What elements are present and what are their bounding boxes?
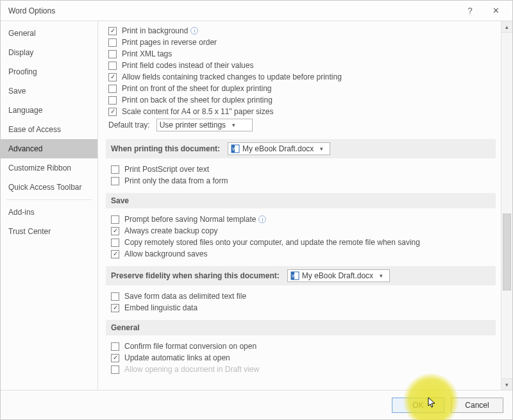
label-prompt-normal: Prompt before saving Normal template (124, 215, 256, 224)
label-print-back-duplex: Print on back of the sheet for duplex pr… (122, 96, 273, 105)
vertical-scrollbar[interactable]: ▴ ▾ (501, 21, 512, 390)
options-sidebar: General Display Proofing Save Language E… (1, 21, 98, 390)
label-print-in-background: Print in background (122, 26, 188, 35)
sidebar-item-save[interactable]: Save (1, 81, 97, 101)
section-save: Save (106, 193, 496, 208)
label-allow-tracked-update: Allow fields containing tracked changes … (122, 72, 342, 81)
checkbox-print-xml[interactable] (108, 50, 117, 58)
close-button[interactable]: ✕ (483, 2, 509, 20)
scroll-thumb[interactable] (503, 214, 511, 290)
scroll-down-arrow[interactable]: ▾ (501, 378, 512, 390)
label-print-field-codes: Print field codes instead of their value… (122, 61, 253, 70)
chevron-down-icon: ▾ (380, 273, 383, 279)
label-print-reverse: Print pages in reverse order (122, 38, 217, 47)
checkbox-allow-bg-saves[interactable] (111, 250, 119, 258)
label-update-links: Update automatic links at open (124, 353, 230, 362)
checkbox-embed-linguistic[interactable] (111, 304, 119, 312)
label-scale-a4: Scale content for A4 or 8.5 x 11" paper … (122, 107, 273, 116)
word-options-dialog: Word Options ? ✕ General Display Proofin… (0, 0, 513, 420)
checkbox-print-back-duplex[interactable] (108, 96, 117, 105)
help-button[interactable]: ? (457, 2, 483, 20)
section-header-label: Preserve fidelity when sharing this docu… (111, 271, 280, 280)
label-copy-remote: Copy remotely stored files onto your com… (124, 238, 420, 247)
checkbox-confirm-conversion[interactable] (111, 342, 119, 351)
section-preserve-fidelity: Preserve fidelity when sharing this docu… (106, 266, 496, 285)
dropdown-fidelity-document-value: My eBook Draft.docx (302, 271, 373, 280)
section-header-label: Save (111, 196, 129, 205)
dropdown-default-tray[interactable]: Use printer settings ▾ (156, 119, 253, 131)
dialog-title: Word Options (8, 6, 457, 15)
ok-button[interactable]: OK (392, 398, 444, 413)
label-allow-bg-saves: Allow background saves (124, 249, 207, 258)
sidebar-item-general[interactable]: General (1, 24, 97, 43)
label-save-form-delimited: Save form data as delimited text file (124, 292, 246, 301)
checkbox-always-backup[interactable] (111, 227, 119, 235)
chevron-down-icon: ▾ (232, 122, 235, 128)
checkbox-scale-a4[interactable] (108, 108, 117, 116)
checkbox-copy-remote[interactable] (111, 239, 119, 247)
label-print-front-duplex: Print on front of the sheet for duplex p… (122, 84, 271, 93)
word-document-icon: W (290, 271, 299, 280)
label-default-tray: Default tray: (108, 121, 150, 130)
svg-text:W: W (292, 274, 296, 278)
sidebar-item-customize-ribbon[interactable]: Customize Ribbon (1, 158, 97, 178)
checkbox-prompt-normal[interactable] (111, 215, 119, 224)
sidebar-separator (6, 199, 92, 200)
label-print-postscript: Print PostScript over text (124, 165, 209, 174)
dropdown-printing-document[interactable]: W My eBook Draft.docx ▾ (228, 142, 330, 155)
checkbox-print-reverse[interactable] (108, 38, 117, 47)
sidebar-item-proofing[interactable]: Proofing (1, 62, 97, 81)
checkbox-allow-draft-view[interactable] (111, 365, 119, 374)
titlebar: Word Options ? ✕ (1, 1, 512, 21)
label-confirm-conversion: Confirm file format conversion on open (124, 342, 256, 351)
dropdown-printing-document-value: My eBook Draft.docx (242, 144, 314, 153)
section-header-label: General (111, 323, 140, 332)
svg-text:W: W (232, 147, 237, 151)
label-allow-draft-view: Allow opening a document in Draft view (124, 365, 259, 374)
checkbox-save-form-delimited[interactable] (111, 292, 119, 301)
dialog-footer: OK Cancel (1, 390, 512, 419)
checkbox-print-front-duplex[interactable] (108, 85, 117, 93)
info-icon[interactable]: i (258, 215, 266, 223)
label-always-backup: Always create backup copy (124, 226, 217, 235)
cancel-button[interactable]: Cancel (451, 398, 503, 413)
dropdown-default-tray-value: Use printer settings (160, 121, 226, 130)
sidebar-item-ease-of-access[interactable]: Ease of Access (1, 120, 97, 139)
section-general: General (106, 320, 496, 335)
advanced-options-panel: Print in backgroundi Print pages in reve… (98, 21, 501, 390)
checkbox-update-links[interactable] (111, 354, 119, 362)
sidebar-item-add-ins[interactable]: Add-ins (1, 203, 97, 222)
info-icon[interactable]: i (190, 27, 198, 35)
dropdown-fidelity-document[interactable]: W My eBook Draft.docx ▾ (287, 269, 390, 282)
section-header-label: When printing this document: (111, 144, 220, 153)
sidebar-item-quick-access-toolbar[interactable]: Quick Access Toolbar (1, 178, 97, 197)
checkbox-print-form-data[interactable] (111, 177, 119, 185)
section-when-printing-this-document: When printing this document: W My eBook … (106, 139, 496, 158)
checkbox-allow-tracked-update[interactable] (108, 73, 117, 81)
scroll-up-arrow[interactable]: ▴ (501, 21, 512, 33)
sidebar-item-advanced[interactable]: Advanced (1, 139, 97, 158)
label-embed-linguistic: Embed linguistic data (124, 303, 198, 312)
checkbox-print-in-background[interactable] (108, 27, 117, 35)
word-document-icon: W (231, 144, 240, 153)
checkbox-print-postscript[interactable] (111, 165, 119, 174)
sidebar-item-trust-center[interactable]: Trust Center (1, 222, 97, 241)
sidebar-item-display[interactable]: Display (1, 43, 97, 62)
chevron-down-icon: ▾ (320, 146, 323, 152)
sidebar-item-language[interactable]: Language (1, 101, 97, 120)
label-print-xml: Print XML tags (122, 49, 172, 58)
checkbox-print-field-codes[interactable] (108, 62, 117, 70)
label-print-form-data: Print only the data from a form (124, 176, 228, 185)
